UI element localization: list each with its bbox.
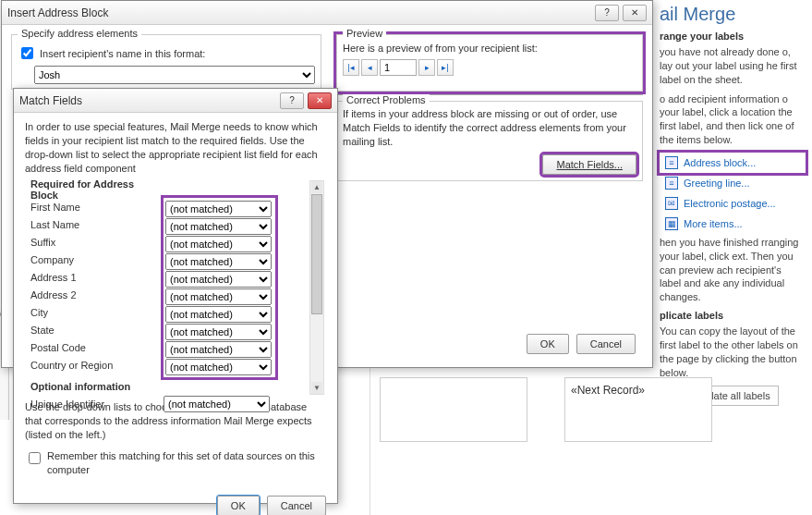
insert-cancel-button[interactable]: Cancel [576,334,636,354]
more-items-link[interactable]: ▦ More items... [660,214,806,234]
arrange-text-1: you have not already done o, lay out you… [660,45,806,87]
next-record-field: «Next Record» [571,384,645,397]
correct-problems-text: If items in your address block are missi… [343,107,636,149]
postage-icon: ✉ [665,197,678,210]
more-items-icon: ▦ [665,217,678,230]
match-fields-scrollbar[interactable]: ▲ ▼ [309,180,324,395]
label-cell[interactable] [380,377,527,442]
match-dialog-titlebar[interactable]: Match Fields ? ✕ [14,89,337,113]
suffix-select[interactable]: (not matched) [165,236,272,252]
finished-text: hen you have finished rranging your labe… [660,236,806,304]
insert-name-checkbox[interactable] [21,47,33,59]
help-icon: ? [289,95,295,105]
scroll-up-arrow[interactable]: ▲ [311,181,322,193]
preview-text: Here is a preview of from your recipient… [343,43,636,54]
help-button[interactable]: ? [595,5,619,21]
field-last-name: Last Name [25,219,164,230]
preview-group: Preview Here is a preview of from your r… [336,34,643,92]
optional-heading: Optional information [25,377,306,395]
scroll-down-arrow[interactable]: ▼ [311,382,322,394]
greeting-line-icon: ≡ [665,177,678,190]
last-record-button[interactable]: ▸| [437,59,454,76]
replicate-text: You can copy the layout of the first lab… [660,325,806,379]
field-first-name: First Name [25,202,164,213]
next-record-button[interactable]: ▸ [418,59,435,76]
field-company: Company [25,254,164,265]
insert-ok-button[interactable]: OK [527,334,569,354]
preview-heading: Preview [343,28,386,39]
postal-select[interactable]: (not matched) [165,341,272,358]
correct-problems-group: Correct Problems If items in your addres… [336,101,643,181]
more-items-label: More items... [684,218,743,229]
field-suffix: Suffix [25,237,164,248]
field-address1: Address 1 [25,272,164,283]
close-icon: ✕ [631,7,638,18]
remember-matching-label: Remember this matching for this set of d… [47,449,326,477]
insert-name-checkbox-row[interactable]: Insert recipient's name in this format: [18,44,315,62]
address-block-link[interactable]: ≡ Address block... [660,153,806,173]
close-button[interactable]: ✕ [623,5,647,21]
first-record-button[interactable]: |◂ [343,59,359,76]
help-icon: ? [604,7,610,18]
insert-dialog-titlebar[interactable]: Insert Address Block ? ✕ [2,1,652,25]
specify-elements-group: Specify address elements Insert recipien… [11,34,321,90]
match-fields-dialog: Match Fields ? ✕ In order to use special… [13,88,338,504]
task-pane-title: ail Merge [660,4,806,25]
match-ok-button[interactable]: OK [217,496,260,515]
arrange-labels-heading: range your labels [660,31,806,42]
field-unique-id: Unique Identifier [25,399,164,410]
match-cancel-button[interactable]: Cancel [267,496,326,515]
country-select[interactable]: (not matched) [165,359,272,375]
unique-id-select[interactable]: (not matched) [164,396,270,412]
state-select[interactable]: (not matched) [165,324,272,340]
specify-elements-heading: Specify address elements [18,28,141,39]
document-area: «Next Record» [370,368,647,515]
field-address2: Address 2 [25,289,164,300]
record-number-input[interactable] [380,59,417,76]
first-name-select[interactable]: (not matched) [165,201,272,217]
address-block-label: Address block... [684,157,756,168]
insert-name-label: Insert recipient's name in this format: [40,48,205,59]
electronic-postage-link[interactable]: ✉ Electronic postage... [660,193,806,214]
close-icon: ✕ [316,95,323,105]
match-fields-button[interactable]: Match Fields... [542,154,636,175]
required-heading: Required for Address Block [25,180,306,198]
last-name-select[interactable]: (not matched) [165,218,272,235]
match-intro-text: In order to use special features, Mail M… [25,120,326,175]
insert-dialog-title: Insert Address Block [7,6,108,19]
label-cell-next-record[interactable]: «Next Record» [564,377,712,442]
postage-label: Electronic postage... [684,198,776,209]
arrange-text-2: o add recipient information o your label… [660,92,806,147]
field-postal: Postal Code [25,342,164,353]
field-country: Country or Region [25,360,164,371]
prev-record-button[interactable]: ◂ [361,59,378,76]
mail-merge-task-pane: ail Merge range your labels you have not… [654,0,811,410]
address2-select[interactable]: (not matched) [165,288,272,305]
name-format-select[interactable]: Josh [34,66,315,84]
remember-matching-checkbox[interactable] [29,452,41,464]
scroll-thumb[interactable] [311,194,322,314]
field-state: State [25,325,164,336]
city-select[interactable]: (not matched) [165,306,272,323]
correct-problems-heading: Correct Problems [343,94,430,105]
address-block-icon: ≡ [665,156,678,169]
greeting-line-label: Greeting line... [684,178,750,189]
replicate-heading: plicate labels [660,310,806,321]
company-select[interactable]: (not matched) [165,253,272,270]
match-dialog-title: Match Fields [19,94,82,107]
greeting-line-link[interactable]: ≡ Greeting line... [660,173,806,193]
address1-select[interactable]: (not matched) [165,271,272,288]
match-close-button[interactable]: ✕ [308,92,332,109]
field-city: City [25,307,164,318]
match-help-button[interactable]: ? [280,92,304,109]
